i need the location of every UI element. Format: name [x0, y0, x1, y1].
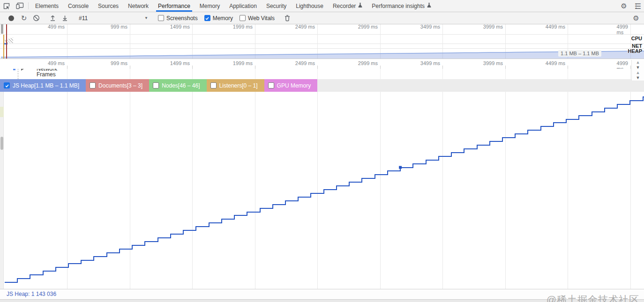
legend-checkbox[interactable]: [153, 82, 159, 88]
tab-memory[interactable]: Memory: [195, 0, 225, 12]
track-gridline: [130, 69, 130, 79]
timeline-cursor[interactable]: [6, 24, 7, 59]
capture-settings-gear-icon[interactable]: ⚙: [630, 14, 642, 22]
track-gridline: [380, 69, 381, 79]
legend-checkbox[interactable]: [90, 82, 96, 88]
tab-sources[interactable]: Sources: [93, 0, 123, 12]
vertical-scroll-buttons: ▲ ▼ ▲ ▼: [631, 60, 644, 81]
tab-label: Security: [266, 3, 286, 9]
checkbox-box-screenshots[interactable]: [158, 15, 164, 21]
tab-label: Console: [68, 3, 89, 9]
tab-label: Performance: [158, 3, 190, 9]
ruler-tick-label: 1999 ms: [233, 24, 255, 29]
ruler-tick-label: 499 ms: [48, 24, 67, 29]
legend-label: Documents[3 – 3]: [98, 82, 142, 89]
reload-and-record-icon[interactable]: ↻: [18, 13, 30, 24]
tab-security[interactable]: Security: [262, 0, 291, 12]
track-gridline: [505, 69, 506, 79]
scroll-up-icon[interactable]: ▲: [636, 60, 640, 65]
tab-elements[interactable]: Elements: [30, 0, 63, 12]
legend-item-documents[interactable]: Documents[3 – 3]: [86, 79, 149, 92]
legend-checkbox[interactable]: [210, 82, 217, 88]
ruler-tick-label: 4999 ms: [617, 24, 630, 34]
data-point-marker[interactable]: [399, 166, 402, 169]
tab-performance-insights[interactable]: Performance insights: [367, 0, 436, 12]
tab-application[interactable]: Application: [225, 0, 262, 12]
ruler-tick-label: 4499 ms: [546, 24, 568, 29]
detail-ruler[interactable]: 499 ms999 ms1499 ms1999 ms2499 ms2999 ms…: [0, 59, 644, 69]
heap-range-label: 1.1 MB – 1.1 MB: [558, 50, 601, 57]
record-button[interactable]: [8, 15, 14, 21]
tab-recorder[interactable]: Recorder: [328, 0, 367, 12]
legend-menu-icon[interactable]: ☰: [635, 0, 641, 13]
tab-network[interactable]: Network: [123, 0, 153, 12]
ruler-tick-label: 2499 ms: [295, 60, 317, 66]
track-gridline: [255, 69, 255, 79]
checkbox-web-vitals[interactable]: Web Vitals: [240, 15, 275, 22]
ruler-tick-mark: [630, 66, 631, 69]
ruler-tick-label: 3999 ms: [483, 24, 505, 29]
load-profile-icon[interactable]: [46, 13, 59, 24]
scrollbar-annotation: [0, 107, 4, 117]
tab-performance[interactable]: Performance: [153, 0, 195, 12]
recording-history-select[interactable]: #11 ▼: [76, 13, 151, 23]
legend-item-nodes[interactable]: Nodes[46 – 46]: [149, 79, 206, 92]
watermark-text: @稀土掘金技术社区: [547, 293, 639, 302]
disclosure-triangle-icon[interactable]: [21, 69, 24, 71]
toolbar-separator: [28, 2, 29, 9]
checkbox-label: Memory: [213, 15, 233, 22]
scroll-down-icon[interactable]: ▼: [636, 65, 640, 70]
delete-recording-trash-icon[interactable]: [281, 13, 293, 24]
ruler-tick-label: 1499 ms: [170, 24, 192, 29]
save-profile-icon[interactable]: [59, 13, 71, 24]
ruler-tick-label: 499 ms: [48, 60, 67, 66]
ruler-tick-label: 2999 ms: [358, 60, 380, 66]
tab-lighthouse[interactable]: Lighthouse: [291, 0, 328, 12]
legend-checkbox[interactable]: [4, 82, 10, 88]
settings-gear-icon[interactable]: ⚙: [618, 0, 630, 12]
legend-item-gpu-memory[interactable]: GPU Memory: [264, 79, 318, 92]
checkbox-screenshots[interactable]: Screenshots: [158, 15, 198, 22]
left-scrollbar: [0, 92, 4, 289]
scroll-down-icon[interactable]: ▼: [636, 75, 640, 81]
tab-label: Application: [229, 3, 257, 9]
checkbox-box-memory[interactable]: [204, 15, 210, 21]
checkbox-memory[interactable]: Memory: [204, 15, 233, 22]
checkbox-box-web-vitals[interactable]: [240, 15, 246, 21]
lane-divider: [0, 44, 644, 44]
checkbox-label: Web Vitals: [248, 15, 275, 22]
left-scrollbar-thumb[interactable]: [0, 137, 3, 150]
js-heap-current-value: JS Heap: 1 143 036: [7, 291, 56, 297]
timeline-overview[interactable]: CPUNETHEAP 1.1 MB – 1.1 MB 499 ms999 ms1…: [0, 24, 644, 59]
ruler-tick-mark: [255, 66, 255, 69]
legend-label: GPU Memory: [277, 82, 311, 89]
ruler-tick-label: 999 ms: [111, 24, 130, 29]
experiment-flask-icon: [358, 3, 362, 9]
capture-options: ScreenshotsMemoryWeb Vitals: [158, 15, 281, 22]
legend-item-listeners[interactable]: Listeners[0 – 1]: [207, 79, 264, 92]
overview-scrollbar-thumb[interactable]: [1, 24, 3, 34]
ruler-tick-label: 3499 ms: [420, 24, 442, 29]
devtools-tabbar: ElementsConsoleSourcesNetworkPerformance…: [0, 0, 644, 12]
frames-track-label[interactable]: Frames: [37, 71, 56, 78]
inspect-element-icon[interactable]: [0, 0, 13, 12]
device-toolbar-icon[interactable]: [13, 0, 26, 12]
ruler-tick-label: 2499 ms: [295, 24, 317, 29]
ruler-tick-label: 3999 ms: [483, 60, 505, 66]
track-gridline: [317, 69, 318, 79]
legend-checkbox[interactable]: [268, 82, 274, 88]
experiment-flask-icon: [427, 3, 431, 9]
selection-handle[interactable]: [3, 35, 4, 59]
clear-recording-icon[interactable]: [30, 13, 42, 24]
tab-label: Elements: [35, 3, 59, 9]
tab-label: Lighthouse: [296, 3, 323, 9]
ruler-tick-mark: [67, 66, 67, 69]
ruler-tick-label: 1499 ms: [170, 60, 192, 66]
ruler-tick-mark: [130, 66, 130, 69]
tab-console[interactable]: Console: [63, 0, 93, 12]
memory-counters-chart[interactable]: [0, 92, 644, 289]
tab-label: Memory: [200, 3, 220, 9]
legend-item-js-heap[interactable]: JS Heap[1.1 MB – 1.1 MB]: [0, 79, 86, 92]
ruler-tick-label: 4499 ms: [546, 60, 568, 66]
scroll-up-icon[interactable]: ▲: [636, 70, 640, 75]
